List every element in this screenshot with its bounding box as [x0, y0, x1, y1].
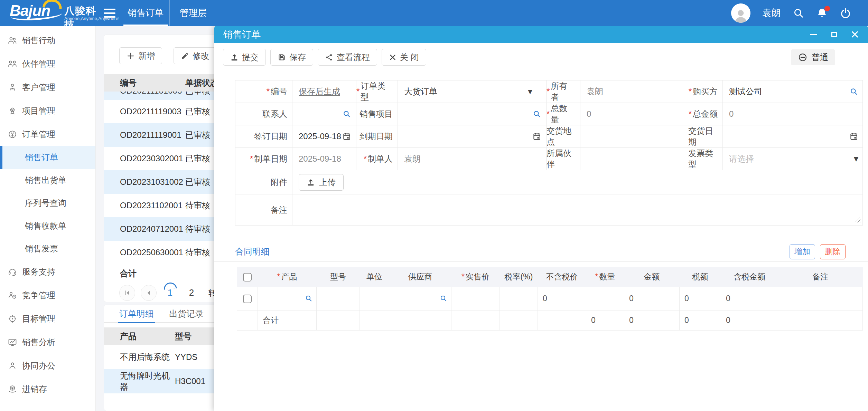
line-unit-field[interactable]: [360, 287, 389, 310]
sidebar-item-competition-mgmt[interactable]: vs 竞争管理: [0, 284, 95, 307]
sidebar-item-sales-analysis[interactable]: 销售分析: [0, 331, 95, 354]
sidebar-item-target-mgmt[interactable]: 目标管理: [0, 307, 95, 331]
sales-order-modal: 销售订单 提交 保存 查看流程 关 闭: [214, 26, 868, 411]
chevron-down-icon[interactable]: ▼: [528, 88, 532, 95]
sales-project-field[interactable]: [398, 103, 547, 125]
line-supplier-field[interactable]: [389, 287, 451, 310]
first-page-button[interactable]: [119, 285, 135, 301]
chevron-down-icon[interactable]: ▼: [854, 155, 858, 162]
line-taxed-amount-field[interactable]: 0: [721, 287, 778, 310]
workspace-tabs: 销售订单 管理层: [122, 0, 217, 26]
search-icon[interactable]: [532, 109, 541, 118]
tab-management[interactable]: 管理层: [169, 0, 217, 26]
create-date-field[interactable]: 2025-09-18: [292, 148, 356, 170]
tab-shipment-records[interactable]: 出货记录: [169, 305, 204, 323]
delivery-date-field[interactable]: [723, 125, 863, 148]
page-number-1[interactable]: 1: [162, 287, 178, 298]
col-header-product[interactable]: 产品: [104, 331, 175, 342]
contact-field[interactable]: [292, 103, 356, 125]
calendar-icon[interactable]: [849, 132, 858, 141]
remark-textarea[interactable]: [292, 194, 863, 226]
field-label: *制单人: [356, 148, 398, 170]
order-type-select[interactable]: 大货订单▼: [398, 80, 547, 103]
sidebar-item-collaboration[interactable]: 协同办公: [0, 354, 95, 377]
contract-table: *产品 型号 单位 供应商 *实售价 税率(%) 不含税价 *数量 金额 税额 …: [237, 267, 863, 331]
close-button-label: 关 闭: [400, 52, 419, 63]
line-tax-rate-field[interactable]: [500, 287, 538, 310]
search-icon[interactable]: [305, 294, 313, 303]
topbar: Bajun 八骏科技 Anyone,Anytime,Anywhere! 销售订单…: [0, 0, 868, 26]
total-qty-field[interactable]: 0: [580, 103, 688, 125]
total-taxed-amount: 0: [721, 310, 778, 330]
line-qty-field[interactable]: [586, 287, 624, 310]
sidebar-item-inventory[interactable]: 进销存: [0, 377, 95, 401]
sidebar-item-sales-invoice[interactable]: 销售发票: [0, 237, 95, 260]
maximize-icon[interactable]: [830, 30, 838, 39]
line-amount-field[interactable]: 0: [624, 287, 680, 310]
search-icon[interactable]: [439, 294, 448, 303]
search-icon[interactable]: [849, 87, 858, 96]
save-button[interactable]: 保存: [270, 49, 313, 66]
partner-field[interactable]: [580, 148, 688, 170]
edit-button[interactable]: 修改: [174, 47, 216, 64]
resize-grip-icon[interactable]: [855, 217, 860, 222]
order-no-field[interactable]: 保存后生成: [292, 80, 356, 103]
logo-text: Bajun: [10, 2, 50, 19]
invoice-type-select[interactable]: 请选择▼: [723, 148, 863, 170]
line-price-field[interactable]: [451, 287, 500, 310]
power-icon[interactable]: [840, 7, 851, 19]
notification-badge: [824, 6, 830, 11]
sidebar-item-sales-order[interactable]: 销售订单: [0, 146, 95, 169]
sidebar-item-service-support[interactable]: 服务支持: [0, 260, 95, 284]
line-tax-field[interactable]: 0: [680, 287, 721, 310]
page-number-2[interactable]: 2: [184, 287, 199, 298]
view-flow-button[interactable]: 查看流程: [318, 49, 377, 66]
col-header-amount: 金额: [624, 267, 680, 287]
line-untaxed-field[interactable]: 0: [538, 287, 586, 310]
owner-field[interactable]: 袁朗: [580, 80, 688, 103]
buyer-field[interactable]: 测试公司: [723, 80, 863, 103]
col-header-id[interactable]: 编号: [104, 77, 185, 88]
add-button[interactable]: 新增: [119, 47, 162, 64]
calendar-icon[interactable]: [532, 132, 541, 141]
sidebar-item-order-mgmt[interactable]: 订单管理: [0, 123, 95, 146]
search-icon[interactable]: [793, 7, 804, 19]
sidebar-item-serial-query[interactable]: 序列号查询: [0, 192, 95, 214]
tab-sales-order[interactable]: 销售订单: [122, 0, 169, 26]
delete-line-button[interactable]: 删除: [820, 244, 846, 259]
due-date-field[interactable]: [398, 125, 547, 148]
search-icon[interactable]: [342, 109, 351, 118]
close-button[interactable]: 关 闭: [382, 49, 426, 66]
bell-icon[interactable]: [816, 7, 828, 19]
line-model-field[interactable]: [317, 287, 360, 310]
submit-button[interactable]: 提交: [223, 49, 266, 66]
add-line-button[interactable]: 增加: [790, 244, 815, 259]
avatar[interactable]: [731, 3, 750, 23]
total-amount: 0: [624, 310, 680, 330]
calendar-icon[interactable]: [342, 132, 351, 141]
sidebar-item-sales-shipment[interactable]: 销售出货单: [0, 169, 95, 192]
sidebar-item-sales-action[interactable]: 销售行动: [0, 29, 95, 52]
sign-date-field[interactable]: 2025-09-18: [292, 125, 356, 148]
creator-field[interactable]: 袁朗: [398, 148, 547, 170]
minimize-icon[interactable]: [809, 30, 818, 39]
sidebar-item-project-mgmt[interactable]: 项目管理: [0, 99, 95, 123]
prev-page-button[interactable]: [141, 285, 157, 301]
line-product-field[interactable]: [258, 287, 317, 310]
select-all-checkbox[interactable]: [243, 273, 252, 281]
row-checkbox[interactable]: [243, 295, 252, 303]
view-mode-button[interactable]: 普通: [791, 49, 835, 65]
sidebar-item-partner-mgmt[interactable]: 伙伴管理: [0, 52, 95, 76]
sidebar-item-customer-mgmt[interactable]: 客户管理: [0, 76, 95, 99]
sidebar-item-sales-receipt[interactable]: 销售收款单: [0, 214, 95, 237]
upload-button[interactable]: 上传: [299, 174, 344, 191]
attachment-field: 上传: [292, 170, 863, 194]
delivery-place-field[interactable]: [580, 125, 688, 148]
line-remark-field[interactable]: [778, 287, 863, 310]
close-icon[interactable]: [851, 30, 859, 39]
tab-order-lines[interactable]: 订单明细: [119, 305, 154, 323]
user-name[interactable]: 袁朗: [762, 7, 781, 19]
save-button-label: 保存: [289, 52, 306, 63]
sidebar-item-label: 客户管理: [22, 82, 55, 93]
total-amount-field[interactable]: 0: [723, 103, 863, 125]
